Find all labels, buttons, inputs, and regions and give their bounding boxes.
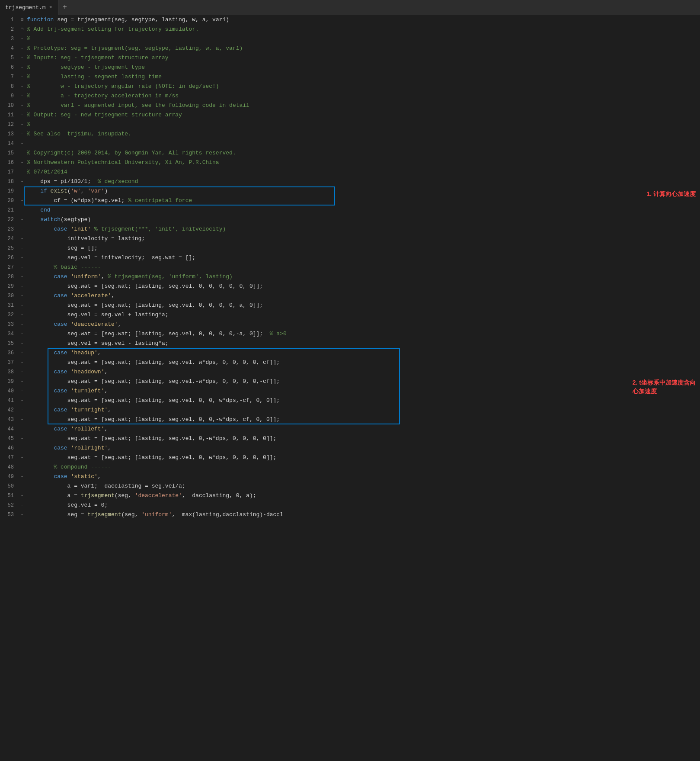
line-number: 25 — [0, 244, 14, 253]
fold-icon[interactable]: - — [21, 34, 27, 44]
code-line: - a = var1; dacclasting = seg.vel/a; — [17, 482, 700, 491]
code-area[interactable]: ⊟function seg = trjsegment(seg, segtype,… — [17, 15, 700, 520]
fold-icon[interactable]: - — [21, 405, 27, 415]
code-line: - dps = pi/180/1; % deg/second — [17, 177, 700, 186]
line-number: 42 — [0, 405, 14, 415]
fold-icon[interactable]: - — [21, 348, 27, 358]
fold-icon[interactable]: - — [21, 234, 27, 244]
code-line: - case 'rollright', — [17, 443, 700, 453]
fold-icon[interactable]: - — [21, 215, 27, 225]
code-line: - case 'headdown', — [17, 367, 700, 377]
fold-icon[interactable]: - — [21, 291, 27, 301]
fold-icon[interactable]: - — [21, 82, 27, 91]
line-number: 15 — [0, 148, 14, 158]
code-line: - case 'headup', — [17, 348, 700, 358]
tab-add-button[interactable]: + — [58, 0, 71, 15]
code-line: - % compound ------ — [17, 462, 700, 472]
code-line: ⊟% Add trj-segment setting for trajector… — [17, 25, 700, 34]
line-number: 37 — [0, 358, 14, 367]
fold-icon[interactable]: - — [21, 206, 27, 215]
fold-icon[interactable]: - — [21, 272, 27, 282]
fold-icon[interactable]: - — [21, 491, 27, 501]
line-number: 44 — [0, 424, 14, 434]
fold-icon[interactable]: - — [21, 225, 27, 234]
line-number: 50 — [0, 482, 14, 491]
fold-icon[interactable]: - — [21, 244, 27, 253]
line-number: 39 — [0, 377, 14, 386]
fold-icon[interactable]: - — [21, 482, 27, 491]
editor-tab[interactable]: trjsegment.m × — [0, 0, 58, 15]
code-line: -% var1 - augmented input, see the follo… — [17, 101, 700, 110]
line-number: 2 — [0, 25, 14, 34]
fold-icon[interactable]: - — [21, 44, 27, 53]
line-number: 24 — [0, 234, 14, 244]
fold-icon[interactable]: - — [21, 510, 27, 520]
line-number: 38 — [0, 367, 14, 377]
fold-icon[interactable]: - — [21, 110, 27, 120]
fold-icon[interactable]: - — [21, 177, 27, 186]
code-line: -% — [17, 120, 700, 129]
fold-icon[interactable]: - — [21, 462, 27, 472]
line-number: 11 — [0, 110, 14, 120]
fold-icon[interactable]: - — [21, 253, 27, 263]
tab-close-button[interactable]: × — [48, 4, 53, 11]
code-line: ⊟function seg = trjsegment(seg, segtype,… — [17, 15, 700, 25]
line-number: 20 — [0, 196, 14, 206]
fold-icon[interactable]: - — [21, 329, 27, 339]
code-line: - case 'init' % trjsegment(***, 'init', … — [17, 225, 700, 234]
code-line: - case 'deaccelerate', — [17, 320, 700, 329]
fold-icon[interactable]: - — [21, 358, 27, 367]
line-number: 47 — [0, 453, 14, 462]
fold-icon[interactable]: - — [21, 158, 27, 167]
fold-icon[interactable]: - — [21, 301, 27, 310]
fold-icon[interactable]: ⊟ — [21, 15, 27, 25]
line-number: 29 — [0, 282, 14, 291]
fold-icon[interactable]: - — [21, 501, 27, 510]
fold-icon[interactable]: - — [21, 367, 27, 377]
line-number: 46 — [0, 443, 14, 453]
code-line: -% — [17, 34, 700, 44]
fold-icon[interactable]: - — [21, 453, 27, 462]
fold-icon[interactable]: ⊟ — [21, 25, 27, 34]
code-line: - — [17, 139, 700, 148]
code-line: - end — [17, 206, 700, 215]
fold-icon[interactable]: - — [21, 434, 27, 443]
fold-icon[interactable]: - — [21, 320, 27, 329]
fold-icon[interactable]: - — [21, 148, 27, 158]
fold-icon[interactable]: - — [21, 120, 27, 129]
code-line: -% See also trjsimu, insupdate. — [17, 129, 700, 139]
code-line: -% Northwestern Polytechnical University… — [17, 158, 700, 167]
fold-icon[interactable]: - — [21, 310, 27, 320]
line-number: 18 — [0, 177, 14, 186]
fold-icon[interactable]: - — [21, 186, 27, 196]
fold-icon[interactable]: - — [21, 377, 27, 386]
fold-icon[interactable]: - — [21, 282, 27, 291]
fold-icon[interactable]: - — [21, 396, 27, 405]
fold-icon[interactable]: - — [21, 415, 27, 424]
code-line: -% 07/01/2014 — [17, 167, 700, 177]
fold-icon[interactable]: - — [21, 101, 27, 110]
line-number: 33 — [0, 320, 14, 329]
fold-icon[interactable]: - — [21, 443, 27, 453]
line-number: 14 — [0, 139, 14, 148]
fold-icon[interactable]: - — [21, 263, 27, 272]
line-number: 12 — [0, 120, 14, 129]
fold-icon[interactable]: - — [21, 472, 27, 482]
fold-icon[interactable]: - — [21, 386, 27, 396]
fold-icon[interactable]: - — [21, 91, 27, 101]
fold-icon[interactable]: - — [21, 63, 27, 72]
line-number: 52 — [0, 501, 14, 510]
code-line: -% Prototype: seg = trjsegment(seg, segt… — [17, 44, 700, 53]
fold-icon[interactable]: - — [21, 196, 27, 206]
fold-icon[interactable]: - — [21, 72, 27, 82]
fold-icon[interactable]: - — [21, 129, 27, 139]
code-line: - initvelocity = lasting; — [17, 234, 700, 244]
fold-icon[interactable]: - — [21, 139, 27, 148]
fold-icon[interactable]: - — [21, 167, 27, 177]
tab-filename: trjsegment.m — [5, 4, 46, 11]
line-number: 41 — [0, 396, 14, 405]
fold-icon[interactable]: - — [21, 339, 27, 348]
fold-icon[interactable]: - — [21, 424, 27, 434]
fold-icon[interactable]: - — [21, 53, 27, 63]
code-line: - seg = []; — [17, 244, 700, 253]
